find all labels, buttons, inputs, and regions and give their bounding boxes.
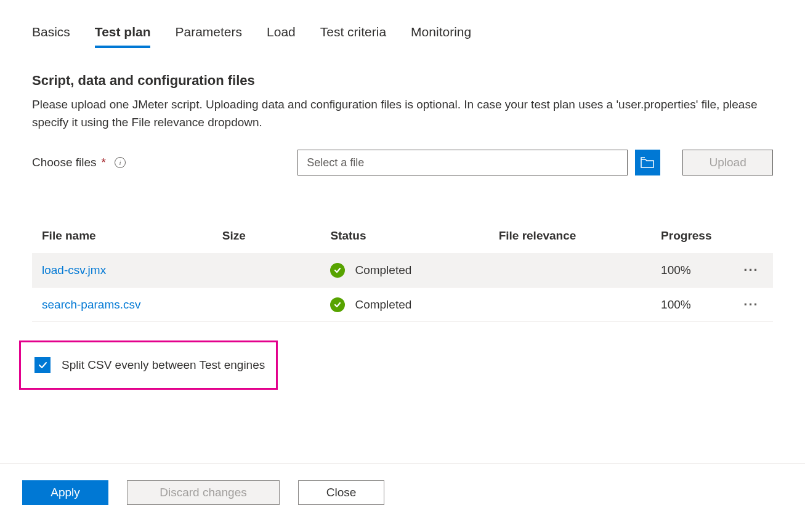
info-icon[interactable]: i bbox=[115, 157, 126, 168]
table-row: load-csv.jmx Completed 100% ··· bbox=[32, 253, 773, 288]
browse-button[interactable] bbox=[635, 150, 661, 175]
file-select-placeholder: Select a file bbox=[307, 156, 364, 169]
tab-load[interactable]: Load bbox=[267, 25, 296, 48]
section-description: Please upload one JMeter script. Uploadi… bbox=[32, 96, 773, 131]
split-csv-highlight: Split CSV evenly between Test engines bbox=[19, 341, 278, 390]
file-progress: 100% bbox=[661, 298, 739, 312]
required-indicator: * bbox=[102, 156, 106, 169]
tab-basics[interactable]: Basics bbox=[32, 25, 70, 48]
tab-monitoring[interactable]: Monitoring bbox=[411, 25, 471, 48]
file-link[interactable]: search-params.csv bbox=[42, 298, 222, 312]
file-status: Completed bbox=[330, 263, 498, 278]
file-link[interactable]: load-csv.jmx bbox=[42, 264, 222, 277]
choose-files-row: Choose files * i Select a file Upload bbox=[32, 150, 773, 175]
split-csv-label: Split CSV evenly between Test engines bbox=[62, 358, 265, 372]
upload-button[interactable]: Upload bbox=[682, 150, 773, 175]
close-button[interactable]: Close bbox=[298, 480, 384, 505]
section-title: Script, data and configuration files bbox=[32, 73, 773, 89]
split-csv-checkbox[interactable] bbox=[34, 357, 51, 373]
files-table: File name Size Status File relevance Pro… bbox=[0, 175, 805, 322]
table-row: search-params.csv Completed 100% ··· bbox=[32, 288, 773, 322]
header-status[interactable]: Status bbox=[330, 229, 498, 243]
footer-divider bbox=[0, 463, 805, 464]
header-progress[interactable]: Progress bbox=[661, 229, 739, 243]
status-text: Completed bbox=[355, 298, 411, 312]
header-size[interactable]: Size bbox=[222, 229, 331, 243]
folder-icon bbox=[641, 157, 654, 168]
tab-parameters[interactable]: Parameters bbox=[175, 25, 242, 48]
tab-test-plan[interactable]: Test plan bbox=[95, 25, 151, 48]
file-progress: 100% bbox=[661, 264, 739, 277]
file-status: Completed bbox=[330, 297, 498, 312]
file-select-input[interactable]: Select a file bbox=[297, 150, 628, 175]
header-file-relevance[interactable]: File relevance bbox=[499, 229, 661, 243]
checkmark-icon bbox=[37, 360, 48, 371]
success-icon bbox=[330, 297, 345, 312]
apply-button[interactable]: Apply bbox=[22, 480, 108, 505]
tab-bar: Basics Test plan Parameters Load Test cr… bbox=[0, 0, 805, 48]
choose-files-label: Choose files * i bbox=[32, 156, 297, 169]
status-text: Completed bbox=[355, 264, 411, 277]
header-file-name[interactable]: File name bbox=[42, 229, 222, 243]
footer-bar: Apply Discard changes Close bbox=[22, 480, 384, 505]
table-header-row: File name Size Status File relevance Pro… bbox=[32, 219, 773, 253]
tab-test-criteria[interactable]: Test criteria bbox=[320, 25, 386, 48]
choose-files-label-text: Choose files bbox=[32, 156, 97, 169]
discard-changes-button[interactable]: Discard changes bbox=[127, 480, 280, 505]
success-icon bbox=[330, 263, 345, 278]
